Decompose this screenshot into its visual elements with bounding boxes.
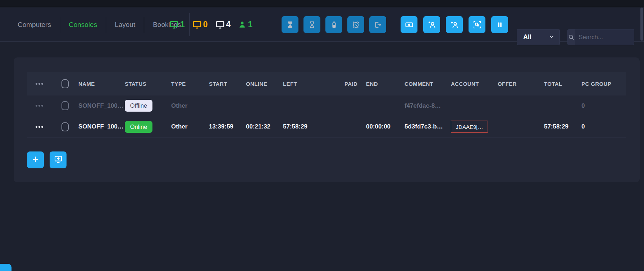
tab-layout[interactable]: Layout: [106, 21, 144, 29]
active-users-counter: 1: [238, 20, 252, 29]
header-left[interactable]: LEFT: [283, 81, 344, 87]
counter-value: 1: [248, 20, 252, 29]
tab-computers[interactable]: Computers: [18, 21, 60, 29]
cell-online: 00:21:32: [246, 123, 283, 130]
logout-button[interactable]: [369, 16, 386, 33]
cell-left: 57:58:29: [283, 123, 344, 130]
add-console-icon: [54, 155, 63, 165]
cell-end: 00:00:00: [366, 123, 405, 130]
select-all-checkbox[interactable]: [61, 79, 69, 88]
hourglass-filled-icon: [286, 21, 294, 29]
scrollbar-thumb[interactable]: [640, 8, 643, 41]
add-console-button[interactable]: +: [27, 151, 44, 168]
counter-value: 4: [226, 20, 231, 29]
counter-value: 1: [180, 20, 185, 29]
nav-tabs: Computers Consoles Layout Bookings: [18, 8, 190, 42]
cell-name: SONOFF_100…: [78, 123, 125, 130]
alarm-icon: [352, 20, 360, 29]
hourglass-filled-button[interactable]: [282, 16, 298, 33]
cell-type: Other: [171, 102, 209, 109]
monitor-icon: [215, 20, 225, 29]
chat-widget-launcher[interactable]: [0, 264, 12, 271]
cell-total: 57:58:29: [544, 123, 581, 130]
pause-button[interactable]: [491, 16, 508, 33]
header-start[interactable]: START: [209, 81, 246, 87]
pause-icon: [496, 21, 504, 29]
table-row[interactable]: SONOFF_100… Offline Other f47efdac-8… 0: [27, 95, 626, 116]
card-actions: +: [27, 151, 67, 168]
hourglass-outline-button[interactable]: [303, 16, 320, 33]
tab-consoles[interactable]: Consoles: [60, 21, 106, 29]
header-comment[interactable]: COMMENT: [405, 81, 451, 87]
row-checkbox[interactable]: [61, 101, 69, 110]
consoles-table: NAME STATUS TYPE START ONLINE LEFT PAID …: [27, 72, 626, 137]
battery-button[interactable]: [325, 16, 342, 33]
account-toolbar: [401, 8, 508, 42]
total-consoles-counter: 4: [215, 20, 231, 29]
cell-comment: f47efdac-8…: [405, 102, 451, 109]
session-toolbar: [282, 8, 386, 42]
header-offer[interactable]: OFFER: [498, 81, 544, 87]
import-console-button[interactable]: [50, 151, 67, 168]
table-row[interactable]: SONOFF_100… Online Other 13:39:59 00:21:…: [27, 116, 626, 137]
header-actions-menu[interactable]: [36, 83, 43, 85]
header-account[interactable]: ACCOUNT: [451, 81, 498, 87]
search-icon: [568, 29, 575, 45]
status-counters: 1 0 4 1: [169, 8, 252, 42]
header-end[interactable]: END: [366, 81, 405, 87]
user-icon: [238, 20, 246, 29]
money-button[interactable]: [401, 16, 417, 33]
alarm-button[interactable]: [347, 16, 364, 33]
navbar: Computers Consoles Layout Bookings 1 0 4…: [0, 8, 644, 42]
hourglass-outline-icon: [308, 21, 316, 29]
search-box[interactable]: [567, 29, 634, 45]
add-member-button[interactable]: [423, 16, 440, 33]
row-actions-menu[interactable]: [36, 105, 43, 107]
table-header-row: NAME STATUS TYPE START ONLINE LEFT PAID …: [27, 72, 626, 95]
header-total[interactable]: TOTAL: [544, 81, 581, 87]
row-checkbox[interactable]: [61, 122, 69, 131]
frame-icon: [473, 20, 481, 29]
filter-select[interactable]: All: [517, 29, 560, 45]
frame-button[interactable]: [469, 16, 485, 33]
money-icon: [405, 20, 414, 29]
cell-start: 13:39:59: [209, 123, 246, 130]
online-consoles-counter: 1: [169, 20, 185, 29]
add-guest-button[interactable]: [446, 16, 463, 33]
cell-comment: 5d3fd7c3-b…: [405, 123, 451, 130]
pending-consoles-counter: 0: [192, 20, 208, 29]
status-badge: Online: [125, 121, 152, 133]
search-input[interactable]: [575, 29, 634, 45]
account-alert-box[interactable]: JDAAE9[…: [451, 121, 488, 133]
status-badge: Offline: [125, 100, 152, 112]
cell-pc-group: 0: [581, 123, 626, 130]
plus-icon: +: [32, 154, 39, 165]
cell-type: Other: [171, 123, 209, 130]
header-name[interactable]: NAME: [78, 81, 125, 87]
top-strip: [0, 0, 644, 7]
header-status[interactable]: STATUS: [125, 81, 171, 87]
chevron-down-icon: [548, 33, 555, 41]
counter-value: 0: [203, 20, 208, 29]
header-pc-group[interactable]: PC GROUP: [581, 81, 626, 87]
add-guest-icon: [450, 20, 459, 29]
cell-name: SONOFF_100…: [78, 102, 125, 109]
logout-icon: [374, 21, 382, 29]
battery-icon: [330, 21, 338, 29]
monitor-icon: [192, 20, 202, 29]
monitor-icon: [169, 20, 179, 29]
add-member-icon: [428, 20, 436, 29]
header-online[interactable]: ONLINE: [246, 81, 283, 87]
header-type[interactable]: TYPE: [171, 81, 209, 87]
header-paid[interactable]: PAID: [344, 81, 366, 87]
filter-selected-value: All: [523, 33, 531, 41]
consoles-card: NAME STATUS TYPE START ONLINE LEFT PAID …: [14, 57, 640, 182]
cell-pc-group: 0: [581, 102, 626, 109]
row-actions-menu[interactable]: [36, 126, 43, 128]
